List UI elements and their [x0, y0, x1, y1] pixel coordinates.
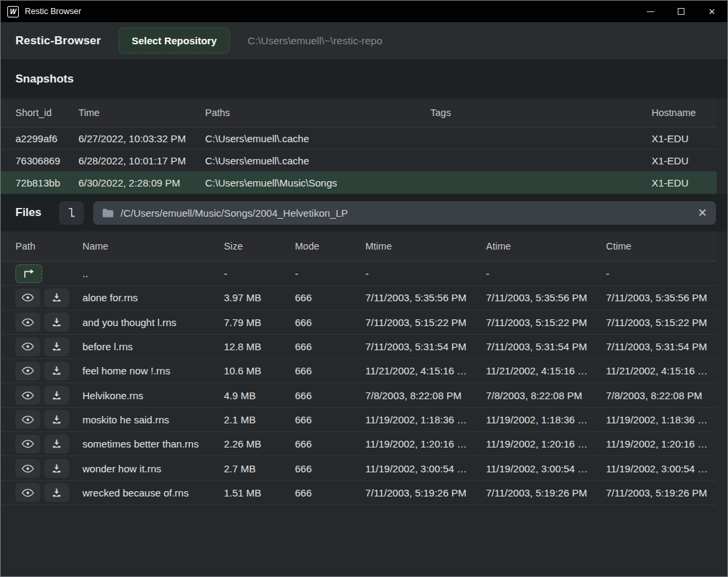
file-ctime: 11/21/2002, 4:15:16 … — [606, 365, 717, 376]
file-row: feel home now !.rns10.6 MB66611/21/2002,… — [1, 359, 717, 383]
file-atime: 11/19/2002, 1:18:36 … — [486, 414, 606, 425]
eye-icon — [21, 462, 34, 475]
files-table-body: ..----- alone for.rns3.97 MB6667/11/2003… — [1, 262, 717, 505]
maximize-button[interactable] — [666, 1, 696, 22]
eye-icon — [21, 486, 34, 499]
row-actions — [15, 362, 82, 380]
snapshot-hostname: X1-EDU — [652, 155, 717, 166]
download-icon — [51, 341, 62, 352]
file-row: and you thought l.rns7.79 MB6667/11/2003… — [1, 311, 717, 335]
eye-icon — [21, 364, 34, 377]
file-mode: 666 — [295, 414, 365, 425]
select-repository-button[interactable]: Select Repository — [119, 28, 231, 54]
window-title: Restic Browser — [25, 7, 81, 16]
files-table: PathNameSizeModeMtimeAtimeCtime ..----- … — [1, 231, 717, 505]
file-mtime: 7/11/2003, 5:19:26 PM — [365, 487, 486, 499]
row-actions — [15, 313, 82, 331]
file-row: wrecked because of.rns1.51 MB6667/11/200… — [1, 481, 717, 505]
snapshot-paths: C:\Users\emuell\Music\Songs — [205, 177, 430, 189]
column-header-mtime: Mtime — [365, 241, 486, 252]
eye-icon — [21, 340, 34, 353]
file-name: and you thought l.rns — [82, 317, 224, 328]
snapshot-time: 6/27/2022, 10:03:32 PM — [78, 133, 205, 144]
snapshot-short-id: 76306869 — [15, 155, 78, 166]
file-atime: 7/11/2003, 5:31:54 PM — [486, 341, 606, 352]
snapshots-section-header: Snapshots — [1, 59, 727, 99]
snapshots-table-body: a2299af66/27/2022, 10:03:32 PMC:\Users\e… — [1, 127, 717, 194]
app-name: Restic-Browser — [15, 34, 101, 48]
download-file-button[interactable] — [44, 410, 69, 429]
current-path-bar[interactable]: /C/Users/emuell/Music/Songs/2004_Helveti… — [93, 201, 716, 225]
file-ctime: - — [606, 268, 717, 279]
file-name: Helvikone.rns — [82, 390, 224, 401]
row-actions — [15, 337, 82, 356]
file-ctime: 11/19/2002, 1:18:36 … — [606, 414, 717, 425]
eye-icon — [21, 413, 34, 426]
snapshot-short-id: 72b813bb — [15, 177, 78, 189]
file-row: moskito he said.rns2.1 MB66611/19/2002, … — [1, 408, 717, 432]
minimize-button[interactable] — [635, 1, 666, 22]
file-name: sometimes better than.rns — [82, 438, 224, 450]
preview-file-button[interactable] — [15, 288, 40, 307]
eye-icon — [21, 291, 34, 304]
file-row: sometimes better than.rns2.26 MB66611/19… — [1, 432, 717, 456]
download-file-button[interactable] — [44, 362, 69, 380]
row-actions — [15, 483, 82, 502]
snapshot-row[interactable]: a2299af66/27/2022, 10:03:32 PMC:\Users\e… — [1, 127, 717, 150]
preview-file-button[interactable] — [15, 410, 40, 429]
file-atime: 7/11/2003, 5:15:22 PM — [486, 317, 606, 328]
minimize-icon — [647, 11, 654, 12]
file-atime: 7/8/2003, 8:22:08 PM — [486, 390, 606, 401]
file-atime: 11/19/2002, 3:00:54 … — [486, 463, 606, 474]
app-window: W Restic Browser ✕ Restic-Browser Select… — [0, 0, 728, 577]
column-header-hostname: Hostname — [652, 107, 717, 118]
clear-path-button[interactable]: ✕ — [698, 207, 707, 219]
preview-file-button[interactable] — [15, 435, 40, 454]
download-file-button[interactable] — [44, 386, 69, 405]
download-file-button[interactable] — [44, 435, 69, 454]
download-icon — [51, 365, 62, 376]
file-mode: 666 — [295, 341, 365, 352]
download-icon — [51, 414, 62, 425]
close-button[interactable]: ✕ — [696, 1, 727, 22]
file-atime: 11/19/2002, 1:20:16 … — [486, 438, 606, 450]
column-header-mode: Mode — [295, 241, 365, 252]
download-file-button[interactable] — [44, 313, 69, 331]
file-size: 3.97 MB — [224, 292, 295, 303]
snapshot-row[interactable]: 763068696/28/2022, 10:01:17 PMC:\Users\e… — [1, 150, 717, 172]
file-name: before l.rns — [82, 341, 224, 352]
file-mode: 666 — [295, 438, 365, 450]
preview-file-button[interactable] — [15, 386, 40, 405]
preview-file-button[interactable] — [15, 483, 40, 502]
preview-file-button[interactable] — [15, 337, 40, 356]
file-mtime: - — [365, 268, 486, 279]
snapshots-title: Snapshots — [15, 72, 74, 86]
snapshot-row[interactable]: 72b813bb6/30/2022, 2:28:09 PMC:\Users\em… — [1, 172, 717, 194]
snapshot-time: 6/28/2022, 10:01:17 PM — [78, 155, 205, 166]
file-name: .. — [82, 268, 224, 279]
snapshot-time: 6/30/2022, 2:28:09 PM — [78, 177, 205, 189]
download-icon — [51, 317, 62, 328]
file-mode: 666 — [295, 463, 365, 474]
parent-directory-button[interactable] — [15, 264, 42, 283]
download-file-button[interactable] — [44, 459, 69, 478]
column-header-time: Time — [78, 107, 205, 118]
file-size: 1.51 MB — [224, 487, 295, 499]
file-mtime: 7/11/2003, 5:15:22 PM — [365, 317, 486, 328]
file-ctime: 11/19/2002, 3:00:54 … — [606, 463, 717, 474]
parent-directory-row: ..----- — [1, 262, 717, 286]
file-ctime: 7/11/2003, 5:35:56 PM — [606, 292, 717, 303]
set-root-path-button[interactable] — [59, 201, 84, 225]
preview-file-button[interactable] — [15, 362, 40, 380]
file-name: feel home now !.rns — [82, 365, 224, 376]
file-size: 2.1 MB — [224, 414, 295, 425]
preview-file-button[interactable] — [15, 459, 40, 478]
eye-icon — [21, 437, 34, 450]
preview-file-button[interactable] — [15, 313, 40, 331]
download-file-button[interactable] — [44, 483, 69, 502]
file-size: - — [224, 268, 295, 279]
column-header-ctime: Ctime — [606, 241, 717, 252]
wails-app-icon: W — [7, 6, 19, 17]
download-file-button[interactable] — [44, 288, 69, 307]
download-file-button[interactable] — [44, 337, 69, 356]
